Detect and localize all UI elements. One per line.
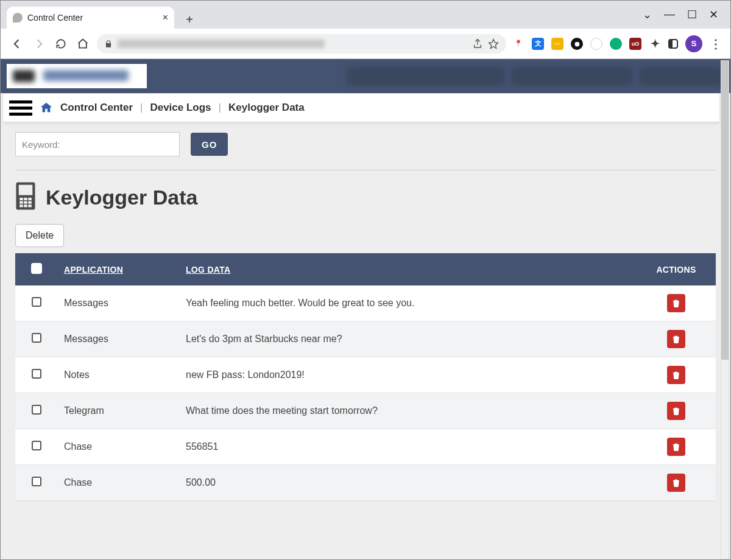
app-topbar xyxy=(1,59,730,93)
cell-log-data: 500.00 xyxy=(180,465,637,501)
table-row: Chase556851 xyxy=(15,429,716,465)
lock-icon xyxy=(104,40,113,48)
cell-application: Notes xyxy=(58,357,180,393)
cell-log-data: Let's do 3pm at Starbucks near me? xyxy=(180,321,637,357)
divider xyxy=(15,170,716,170)
cell-application: Messages xyxy=(58,321,180,357)
breadcrumb-mid[interactable]: Device Logs xyxy=(150,102,211,114)
new-tab-button[interactable]: + xyxy=(180,10,199,29)
delete-row-button[interactable] xyxy=(667,438,685,456)
breadcrumb-separator: | xyxy=(219,102,221,114)
nav-back-icon[interactable] xyxy=(9,36,25,52)
svg-rect-3 xyxy=(24,198,27,200)
svg-rect-5 xyxy=(19,201,23,203)
breadcrumb-root[interactable]: Control Center xyxy=(60,102,133,114)
extension-shield-icon[interactable]: uO xyxy=(629,38,641,50)
row-checkbox[interactable] xyxy=(32,477,41,486)
delete-button[interactable]: Delete xyxy=(15,224,64,247)
window-minimize-icon[interactable]: — xyxy=(664,8,675,21)
chevron-down-icon[interactable]: ⌄ xyxy=(643,8,652,21)
table-row: Chase500.00 xyxy=(15,465,716,501)
tab-title: Control Center xyxy=(27,13,158,23)
tab-favicon xyxy=(13,13,23,23)
cell-application: Telegram xyxy=(58,393,180,429)
go-button[interactable]: GO xyxy=(191,133,228,156)
row-checkbox[interactable] xyxy=(32,333,41,343)
scrollbar[interactable] xyxy=(721,60,729,559)
page-title-row: Keylogger Data xyxy=(15,181,716,213)
window-controls: ⌄ — ☐ ✕ xyxy=(643,8,730,21)
sidepanel-icon[interactable] xyxy=(668,39,678,49)
svg-rect-8 xyxy=(19,205,23,207)
extension-black-icon[interactable]: ⏺ xyxy=(571,38,583,50)
table-header-checkbox xyxy=(15,253,58,285)
row-checkbox[interactable] xyxy=(32,405,41,415)
breadcrumb-current: Keylogger Data xyxy=(228,102,305,114)
svg-rect-7 xyxy=(28,201,32,203)
browser-titlebar: Control Center × + ⌄ — ☐ ✕ xyxy=(1,1,730,29)
cell-application: Chase xyxy=(58,465,180,501)
topbar-item-blurred[interactable] xyxy=(639,66,724,86)
row-checkbox[interactable] xyxy=(32,297,41,307)
content-area: GO Keylogger Data Delete APPLICATION LOG… xyxy=(1,122,730,516)
select-all-checkbox[interactable] xyxy=(31,263,42,274)
page-title: Keylogger Data xyxy=(46,186,197,209)
topbar-item-blurred[interactable] xyxy=(347,66,505,86)
table-header-log-data[interactable]: LOG DATA xyxy=(180,253,637,285)
cell-log-data: Yeah feeling much better. Would be great… xyxy=(180,285,637,321)
svg-rect-2 xyxy=(19,198,23,200)
home-icon[interactable] xyxy=(40,101,53,114)
extension-icons: 📍 文 ··· ⏺ uO ✦ S ⋮ xyxy=(512,35,722,52)
nav-home-icon[interactable] xyxy=(75,36,91,52)
delete-row-button[interactable] xyxy=(667,294,685,312)
delete-row-button[interactable] xyxy=(667,330,685,348)
search-row: GO xyxy=(15,132,716,156)
profile-avatar[interactable]: S xyxy=(685,35,702,52)
window-close-icon[interactable]: ✕ xyxy=(709,8,718,21)
url-text-blurred xyxy=(118,40,325,48)
delete-row-button[interactable] xyxy=(667,402,685,420)
cell-application: Chase xyxy=(58,429,180,465)
svg-rect-10 xyxy=(28,205,32,207)
star-icon[interactable] xyxy=(488,38,499,49)
scrollbar-thumb[interactable] xyxy=(721,61,729,360)
share-icon[interactable] xyxy=(472,38,483,49)
delete-row-button[interactable] xyxy=(667,474,685,492)
table-header-application[interactable]: APPLICATION xyxy=(58,253,180,285)
browser-menu-icon[interactable]: ⋮ xyxy=(710,38,722,50)
app-logo-blurred xyxy=(7,64,147,88)
svg-rect-1 xyxy=(19,185,33,195)
extension-grey-circle-icon[interactable] xyxy=(590,38,602,50)
nav-forward-icon xyxy=(31,36,47,52)
table-header-actions: ACTIONS xyxy=(637,253,716,285)
svg-rect-4 xyxy=(28,198,32,200)
table-row: Notesnew FB pass: London2019! xyxy=(15,357,716,393)
extension-green-icon[interactable] xyxy=(610,38,622,50)
window-maximize-icon[interactable]: ☐ xyxy=(687,8,697,21)
table-row: MessagesLet's do 3pm at Starbucks near m… xyxy=(15,321,716,357)
browser-tab[interactable]: Control Center × xyxy=(7,7,174,29)
hamburger-menu-icon[interactable] xyxy=(9,100,32,116)
delete-row-button[interactable] xyxy=(667,366,685,384)
svg-rect-9 xyxy=(24,205,27,207)
breadcrumb-bar: Control Center | Device Logs | Keylogger… xyxy=(3,93,719,122)
url-bar[interactable] xyxy=(97,34,506,54)
cell-application: Messages xyxy=(58,285,180,321)
topbar-item-blurred[interactable] xyxy=(511,66,633,86)
extensions-puzzle-icon[interactable]: ✦ xyxy=(649,38,661,50)
keyword-input[interactable] xyxy=(15,132,180,156)
cell-log-data: 556851 xyxy=(180,429,637,465)
tab-close-icon[interactable]: × xyxy=(163,12,168,23)
row-checkbox[interactable] xyxy=(32,369,41,379)
row-checkbox[interactable] xyxy=(32,441,41,450)
extension-yellow-icon[interactable]: ··· xyxy=(551,38,563,50)
breadcrumb-separator: | xyxy=(140,102,143,114)
keylogger-table: APPLICATION LOG DATA ACTIONS MessagesYea… xyxy=(15,253,716,501)
table-row: TelegramWhat time does the meeting start… xyxy=(15,393,716,429)
browser-toolbar: 📍 文 ··· ⏺ uO ✦ S ⋮ xyxy=(1,29,730,59)
svg-rect-6 xyxy=(24,201,27,203)
nav-reload-icon[interactable] xyxy=(53,36,69,52)
table-row: MessagesYeah feeling much better. Would … xyxy=(15,285,716,321)
extension-pin-icon[interactable]: 📍 xyxy=(512,38,524,50)
extension-translate-icon[interactable]: 文 xyxy=(532,38,544,50)
